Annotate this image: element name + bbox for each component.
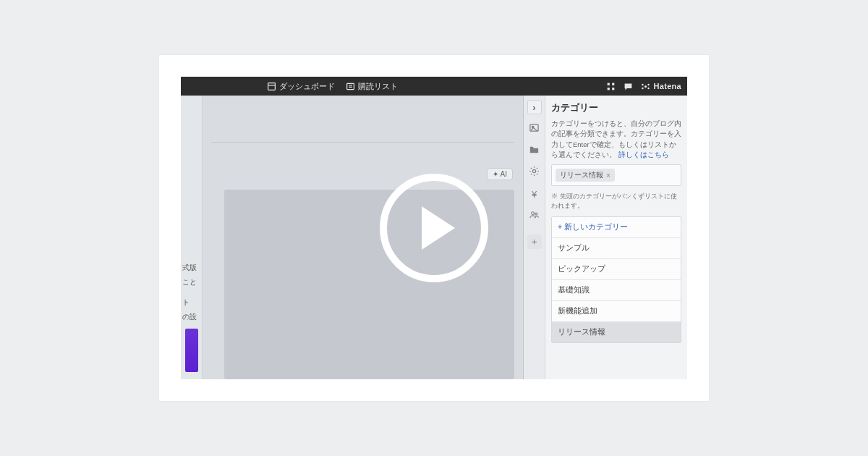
hatena-logo-icon: [641, 81, 651, 91]
category-input[interactable]: リリース情報 ×: [551, 164, 681, 186]
left-cropped-column: 式版 こと ト の設: [181, 96, 203, 379]
remove-chip-icon[interactable]: ×: [606, 172, 610, 180]
app-window: ダッシュボード 購読リスト Hatena: [181, 77, 687, 379]
nav-reading-list-label: 購読リスト: [358, 81, 398, 92]
panel-description: カテゴリーをつけると、自分のブログ内の記事を分類できます。カテゴリーを入力してE…: [551, 119, 681, 160]
yen-tool[interactable]: ¥: [527, 187, 542, 201]
folder-icon: [529, 144, 540, 157]
nav-dashboard[interactable]: ダッシュボード: [266, 81, 335, 92]
category-item[interactable]: サンプル: [552, 238, 681, 259]
svg-point-17: [532, 212, 535, 215]
chevron-right-icon: ›: [532, 102, 535, 113]
svg-point-18: [535, 213, 537, 215]
svg-point-16: [532, 169, 535, 172]
plus-icon: ＋: [529, 235, 539, 248]
svg-point-9: [644, 85, 647, 87]
panel-title: カテゴリー: [551, 101, 681, 114]
add-tool[interactable]: ＋: [527, 235, 542, 249]
brand-link[interactable]: Hatena: [641, 81, 681, 91]
image-tool[interactable]: [527, 122, 542, 136]
group-tool[interactable]: [527, 208, 542, 223]
app-body: 式版 こと ト の設 ✦ AI ›: [181, 96, 687, 379]
apps-grid-icon[interactable]: [606, 81, 616, 91]
cropped-text: 式版: [181, 261, 202, 275]
folder-tool[interactable]: [527, 143, 542, 158]
users-icon: [529, 209, 540, 222]
ai-button-label: AI: [501, 170, 507, 178]
yen-icon: ¥: [532, 189, 537, 200]
nav-dashboard-label: ダッシュボード: [279, 81, 335, 92]
topbar: ダッシュボード 購読リスト Hatena: [181, 77, 687, 96]
category-item[interactable]: 基礎知識: [552, 280, 681, 301]
cropped-text: ト: [181, 295, 202, 310]
chip-label: リリース情報: [560, 170, 603, 180]
collapse-sidebar-button[interactable]: ›: [527, 100, 542, 114]
gear-icon: [529, 166, 540, 179]
settings-tool[interactable]: [527, 165, 542, 180]
svg-rect-8: [612, 88, 614, 90]
breadcrumb-note: ※ 先頭のカテゴリーがパンくずリストに使われます。: [551, 192, 681, 211]
cropped-text: の設: [181, 310, 202, 324]
brand-label: Hatena: [654, 82, 681, 90]
new-category-item[interactable]: 新しいカテゴリー: [552, 217, 681, 238]
list-icon: [345, 81, 355, 91]
learn-more-link[interactable]: 詳しくはこちら: [618, 151, 669, 159]
svg-point-13: [647, 87, 649, 88]
category-panel: カテゴリー カテゴリーをつけると、自分のブログ内の記事を分類できます。カテゴリー…: [545, 96, 687, 379]
svg-rect-6: [612, 83, 614, 85]
category-item[interactable]: 新機能追加: [552, 301, 681, 322]
editor-content-area[interactable]: [224, 190, 514, 379]
sparkle-icon: ✦: [493, 170, 498, 178]
category-list: 新しいカテゴリー サンプル ピックアップ 基礎知識 新機能追加 リリース情報: [551, 216, 681, 343]
video-thumbnail-frame: ダッシュボード 購読リスト Hatena: [159, 55, 709, 401]
nav-reading-list[interactable]: 購読リスト: [345, 81, 398, 92]
svg-point-10: [642, 83, 643, 85]
title-underline: [211, 142, 514, 143]
category-chip: リリース情報 ×: [556, 169, 615, 182]
image-icon: [529, 122, 540, 135]
dashboard-icon: [266, 81, 276, 91]
svg-rect-5: [608, 83, 610, 85]
svg-point-12: [642, 87, 643, 88]
category-item[interactable]: リリース情報: [552, 322, 681, 342]
accent-block: [185, 329, 198, 372]
editor-main: ✦ AI: [203, 96, 524, 379]
ai-button[interactable]: ✦ AI: [487, 168, 513, 180]
sidebar-icon-strip: › ¥: [524, 96, 545, 379]
svg-point-11: [647, 83, 649, 85]
cropped-text: こと: [181, 275, 202, 290]
svg-rect-7: [608, 88, 610, 90]
chat-icon[interactable]: [624, 81, 634, 91]
svg-rect-2: [346, 83, 354, 89]
category-item[interactable]: ピックアップ: [552, 259, 681, 280]
svg-rect-0: [268, 83, 275, 90]
